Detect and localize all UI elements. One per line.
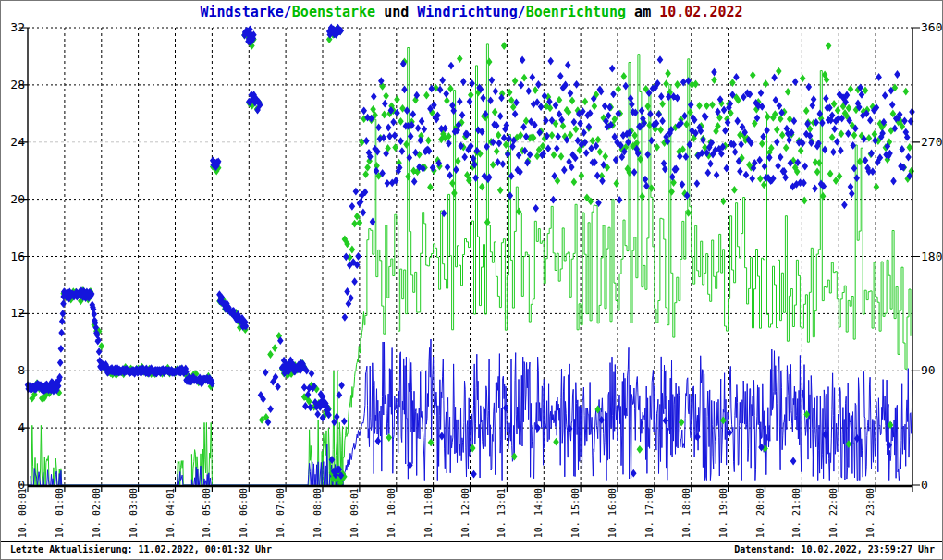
x-tick-label: 10. 11:00 (423, 488, 435, 543)
last-update-text: Letzte Aktualisierung: 11.02.2022, 00:01… (10, 542, 272, 558)
y-left-tick-label: 32 (3, 21, 25, 34)
status-bar: Letzte Aktualisierung: 11.02.2022, 00:01… (1, 541, 942, 559)
y-left-tick-label: 8 (3, 364, 25, 377)
y-right-tick-label: 0 (921, 479, 943, 492)
x-tick-label: 10. 21:00 (791, 488, 802, 543)
y-left-tick-label: 28 (3, 79, 25, 91)
y-right-tick-label: 270 (921, 136, 943, 149)
x-tick-label: 10. 19:00 (718, 488, 729, 543)
x-tick-label: 10. 17:00 (644, 488, 655, 543)
x-tick-label: 10. 20:00 (755, 488, 766, 543)
y-left-tick-label: 4 (3, 421, 25, 434)
wind-chart-page: Windstarke/Boenstarke und Windrichtung/B… (0, 0, 943, 560)
x-tick-label: 10. 10:00 (386, 488, 398, 543)
x-tick-label: 10. 02:00 (92, 488, 103, 543)
y-left-tick-label: 20 (3, 193, 25, 206)
x-tick-label: 10. 04:01 (165, 488, 177, 543)
x-tick-label: 10. 23:00 (865, 488, 876, 543)
x-tick-label: 10. 09:01 (349, 488, 361, 543)
x-tick-label: 10. 14:00 (533, 488, 545, 543)
x-tick-label: 10. 13:01 (496, 488, 508, 543)
x-tick-label: 10. 06:00 (239, 488, 250, 543)
x-tick-label: 10. 07:00 (276, 488, 287, 543)
y-right-tick-label: 90 (921, 364, 943, 377)
y-left-tick-label: 16 (3, 250, 25, 263)
y-left-tick-label: 24 (3, 136, 25, 149)
x-tick-label: 10. 22:00 (828, 488, 839, 543)
x-tick-label: 10. 16:00 (607, 488, 618, 543)
x-tick-label: 10. 18:00 (681, 488, 692, 543)
x-tick-label: 10. 15:00 (570, 488, 582, 543)
x-tick-label: 10. 12:00 (460, 488, 472, 543)
wind-direction-speed-plot (1, 1, 942, 542)
x-tick-label: 10. 05:00 (202, 488, 213, 543)
data-state-text: Datenstand: 10.02.2022, 23:59:27 Uhr (734, 542, 935, 558)
x-tick-label: 10. 01:00 (55, 488, 66, 543)
y-right-tick-label: 180 (921, 250, 943, 263)
x-tick-label: 10. 00:01 (18, 488, 29, 543)
x-tick-label: 10. 08:00 (312, 488, 324, 543)
y-right-tick-label: 360 (921, 21, 943, 34)
x-tick-label: 10. 03:00 (129, 488, 140, 543)
y-left-tick-label: 12 (3, 307, 25, 320)
